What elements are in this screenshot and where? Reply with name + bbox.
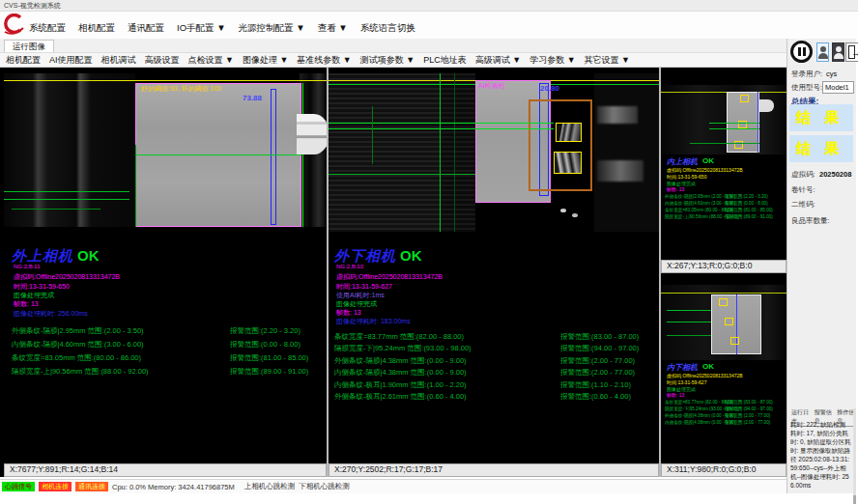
comm-connection-badge: 通讯连接 xyxy=(75,482,108,491)
camera-result-ok: OK xyxy=(77,247,100,264)
measurement-alarm-range: 报警范围:(2.00 - 77.00) xyxy=(725,420,770,425)
threshold-overlay-text: 好的阈值:93, 坏的阈值:100 xyxy=(141,84,221,94)
measurement-row: 条纹宽度=83.05mm 范围:(80.00 - 86.00) 报警范围:(81… xyxy=(12,353,325,367)
frame-count-line: 帧数: 13 xyxy=(667,186,684,192)
defect-yellow-box xyxy=(730,337,739,345)
camera-connection-badge: 相机连接 xyxy=(39,482,72,491)
measurement-alarm-range: 报警范围:(94.00 - 97.00) xyxy=(725,406,773,411)
machinery-texture xyxy=(594,73,659,232)
user-icon xyxy=(836,46,842,52)
defect-yellow-box xyxy=(740,95,749,102)
virtual-code-label: 虚拟码: xyxy=(791,170,815,180)
toolbar-item[interactable]: 相机配置 xyxy=(6,54,41,67)
menu-item[interactable]: 系统配置 xyxy=(29,22,66,35)
toolbar-item[interactable]: 图像处理 ▼ xyxy=(243,54,288,67)
measurement-value: 条纹宽度=83.05mm 范围:(80.00 - 86.00) xyxy=(12,353,230,363)
camera-image-outer-upper[interactable]: 好的阈值:93, 坏的阈值:100 73.88 xyxy=(4,68,327,227)
defect-yellow-box xyxy=(719,298,728,306)
machinery-highlight xyxy=(597,106,638,124)
toolbar-item[interactable]: 基准线参数 ▼ xyxy=(297,54,351,67)
measurement-row: 外侧条纹-极耳|2.61mm 范围:(0.60 - 4.00) 报警范围:(0.… xyxy=(334,392,657,404)
camera-title: 内上相机 xyxy=(667,156,698,167)
green-measure-line xyxy=(4,199,129,200)
log-output[interactable]: 耗时: 222, 缺陷检测耗时: 17, 缺陷分类耗时: 0, 缺陷提取分区耗时… xyxy=(790,420,851,504)
toolbar-item[interactable]: AI使用配置 xyxy=(49,54,93,67)
measurement-alarm-range: 报警范围:(83.00 - 87.00) xyxy=(560,332,639,342)
measurement-value: 内侧条纹-极耳|1.90mm 范围:(1.00 - 2.20) xyxy=(334,380,560,390)
distance-label: 73.88 xyxy=(243,94,262,102)
green-edge-line xyxy=(135,145,136,227)
measurement-alarm-range: 报警范围:(2.00 - 77.00) xyxy=(560,356,635,366)
lower-camera-heartbeat-check[interactable]: 下相机心跳检测 xyxy=(299,482,350,491)
menu-bar: 系统配置相机配置通讯配置IO手配置 ▼光源控制配置 ▼查看 ▼系统语言切换 xyxy=(0,12,858,39)
measurement-row: 内侧条纹-极耳|1.90mm 范围:(1.00 - 2.20) 报警范围:(1.… xyxy=(334,380,657,392)
measurement-alarm-range: 报警范围:(83.00 - 87.00) xyxy=(725,400,773,405)
virtual-code-line: 虚拟码:Offline2025020813313472B xyxy=(14,272,120,282)
operator-button[interactable] xyxy=(832,42,844,62)
toolbar-item[interactable]: 学习参数 ▼ xyxy=(529,54,575,67)
scrollbar-thumb[interactable] xyxy=(853,495,856,504)
frame-count-line: 帧数: 13 xyxy=(667,392,684,398)
menu-item[interactable]: 系统语言切换 xyxy=(360,22,415,35)
process-time-line: 图像处理耗时: 183.00ms xyxy=(336,317,411,326)
machinery-texture xyxy=(661,85,786,154)
log-scrollbar[interactable] xyxy=(853,408,856,504)
measurement-value: 隔膜宽度-上|90.56mm (88.00 - 92.00) xyxy=(665,214,725,219)
green-measure-line xyxy=(667,310,711,311)
green-measure-line xyxy=(709,128,759,129)
measurement-row: 隔膜宽度-下|95.24mm 范围:(93.00 - 98.00) 报警范围:(… xyxy=(334,344,657,355)
machinery-highlight xyxy=(597,160,644,182)
measurement-row: 外侧条纹-隔膜|4.38mm (0.00 - 9.00) 报警范围:(2.00 … xyxy=(665,413,785,420)
green-edge-line xyxy=(302,83,303,227)
distance-label: 20.80 xyxy=(540,84,559,93)
toolbar-item[interactable]: PLC地址表 xyxy=(423,54,467,67)
green-measure-line xyxy=(667,322,711,322)
pause-button[interactable] xyxy=(790,41,813,63)
measurement-list: 条纹宽度=83.77mm 范围:(82.00 - 88.00) 报警范围:(83… xyxy=(334,332,657,404)
camera-image-outer-lower[interactable]: AI检测框 20.80 xyxy=(329,68,659,232)
measurement-list: 外侧条纹-隔膜|2.95mm 范围:(2.00 - 3.50) 报警范围:(2.… xyxy=(12,326,325,380)
upper-camera-heartbeat-check[interactable]: 上相机心跳检测 xyxy=(244,482,296,491)
toolbar-item[interactable]: 高级调试 ▼ xyxy=(475,54,521,67)
menu-item[interactable]: 通讯配置 xyxy=(128,22,164,35)
measurement-value: 外侧条纹-隔膜|4.38mm 范围:(0.00 - 9.00) xyxy=(334,356,560,366)
measurement-value: 外侧条纹-隔膜|2.95mm (2.00 - 3.50) xyxy=(665,194,725,199)
toolbar-item[interactable]: 高级设置 xyxy=(145,54,180,67)
login-user-button[interactable] xyxy=(816,42,829,62)
toolbar-item[interactable]: 其它设置 ▼ xyxy=(585,54,630,67)
qr-code-label: 二维码: xyxy=(791,200,815,210)
camera-image-inner-upper[interactable] xyxy=(661,68,786,154)
pixel-coords-bar: X:7677;Y:891;R:14;G:14;B:14 xyxy=(4,463,327,477)
green-measure-line xyxy=(329,174,475,175)
menu-item[interactable]: 查看 ▼ xyxy=(318,22,348,35)
model-select[interactable]: Model1 xyxy=(822,81,854,94)
measurement-alarm-range: 报警范围:(89.00 - 91.00) xyxy=(230,367,308,377)
menu-item[interactable]: 光源控制配置 ▼ xyxy=(239,22,305,35)
measurement-row: 内侧条纹-隔膜|4.38mm 范围:(0.00 - 9.00) 报警范围:(2.… xyxy=(334,368,657,379)
measurement-value: 外侧条纹-隔膜|4.38mm (0.00 - 9.00) xyxy=(665,413,725,418)
exit-button[interactable]: → xyxy=(845,42,858,62)
toolbar-item[interactable]: 相机调试 xyxy=(101,54,136,67)
yellow-reference-line xyxy=(661,92,786,93)
ai-box-label: AI检测框 xyxy=(478,81,505,91)
login-user-label: 登录用户: xyxy=(791,70,822,79)
sidebar: → 登录用户: cys 使用型号: Model1 总结果: 结 果 结 果 虚拟… xyxy=(786,39,856,493)
green-edge-line xyxy=(454,73,455,232)
time-line: 时间:13-31-59-627 xyxy=(667,379,706,385)
time-line: 时间:13-31-59-650 xyxy=(667,174,706,180)
measurement-alarm-range: 报警范围:(2.00 - 77.00) xyxy=(725,413,770,418)
camera-image-inner-lower[interactable] xyxy=(661,281,786,360)
model-label: 使用型号: xyxy=(791,83,822,93)
defect-yellow-box xyxy=(725,318,733,325)
menu-item[interactable]: 相机配置 xyxy=(78,22,115,35)
measurement-row: 隔膜宽度-上|90.56mm 范围:(88.00 - 92.00) 报警范围:(… xyxy=(12,367,325,380)
login-user-value: cys xyxy=(826,70,837,78)
toolbar-item[interactable]: 点检设置 ▼ xyxy=(188,54,234,67)
measurement-row: 外侧条纹-隔膜|2.95mm (2.00 - 3.50) 报警范围:(2.20 … xyxy=(665,194,785,201)
menu-item[interactable]: IO手配置 ▼ xyxy=(177,22,226,35)
measurement-alarm-range: 报警范围:(0.00 - 8.00) xyxy=(725,201,768,206)
defect-yellow-box xyxy=(554,152,582,174)
measurement-alarm-range: 报警范围:(81.00 - 85.00) xyxy=(725,208,773,212)
measurement-alarm-range: 报警范围:(89.00 - 91.00) xyxy=(725,214,773,219)
toolbar-item[interactable]: 测试项参数 ▼ xyxy=(360,54,415,67)
